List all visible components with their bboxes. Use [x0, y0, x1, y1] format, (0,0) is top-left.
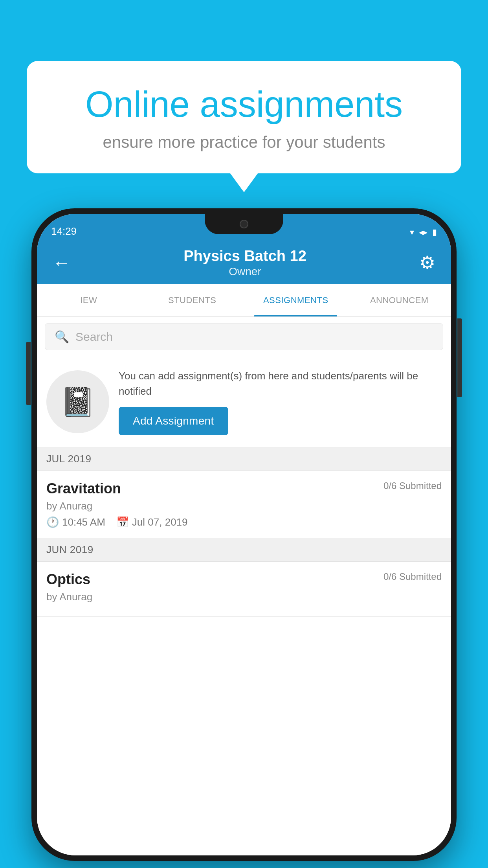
assignment-item-gravitation[interactable]: Gravitation 0/6 Submitted by Anurag 🕐 10… [37, 471, 451, 538]
promo-right: You can add assignment(s) from here and … [119, 368, 442, 435]
promo-section: 📓 You can add assignment(s) from here an… [37, 357, 451, 447]
calendar-icon: 📅 [116, 516, 129, 528]
add-assignment-button[interactable]: Add Assignment [119, 407, 228, 435]
front-camera [240, 220, 248, 228]
clock-icon: 🕐 [46, 516, 59, 528]
search-bar[interactable]: 🔍 Search [45, 323, 443, 350]
phone-screen: 14:29 ▾ ◂▸ ▮ ← Physics Batch 12 Owner ⚙ … [37, 214, 451, 855]
assignment-date: 📅 Jul 07, 2019 [116, 516, 188, 528]
assignment-by: by Anurag [46, 500, 442, 512]
assignment-submitted: 0/6 Submitted [383, 480, 442, 491]
notebook-icon: 📓 [60, 385, 95, 419]
speech-bubble-container: Online assignments ensure more practice … [27, 61, 461, 173]
signal-icon: ◂▸ [419, 227, 427, 237]
promo-text: You can add assignment(s) from here and … [119, 368, 442, 399]
search-placeholder: Search [75, 330, 113, 344]
promo-icon-circle: 📓 [46, 370, 109, 433]
assignment-item-optics[interactable]: Optics 0/6 Submitted by Anurag [37, 562, 451, 617]
app-bar: ← Physics Batch 12 Owner ⚙ [37, 241, 451, 284]
settings-button[interactable]: ⚙ [415, 248, 439, 277]
app-bar-title-group: Physics Batch 12 Owner [75, 247, 415, 278]
back-button[interactable]: ← [49, 250, 75, 276]
bubble-title: Online assignments [54, 85, 434, 124]
tab-assignments[interactable]: ASSIGNMENTS [244, 284, 348, 316]
tab-iew[interactable]: IEW [37, 284, 141, 316]
search-wrapper: 🔍 Search [37, 317, 451, 357]
tab-announcements[interactable]: ANNOUNCEM [348, 284, 451, 316]
phone-content: 🔍 Search 📓 You can add assignment(s) fro… [37, 317, 451, 855]
section-header-jul: JUL 2019 [37, 447, 451, 471]
phone-outer-shell: 14:29 ▾ ◂▸ ▮ ← Physics Batch 12 Owner ⚙ … [31, 208, 457, 861]
phone-notch [205, 214, 283, 234]
app-bar-subtitle: Owner [75, 265, 415, 278]
wifi-icon: ▾ [410, 227, 414, 237]
tab-students[interactable]: STUDENTS [141, 284, 244, 316]
speech-bubble: Online assignments ensure more practice … [27, 61, 461, 173]
tabs-bar: IEW STUDENTS ASSIGNMENTS ANNOUNCEM [37, 284, 451, 317]
bubble-subtitle: ensure more practice for your students [54, 133, 434, 152]
assignment-top-row: Gravitation 0/6 Submitted [46, 480, 442, 497]
assignment-details: 🕐 10:45 AM 📅 Jul 07, 2019 [46, 516, 442, 528]
battery-icon: ▮ [432, 227, 437, 237]
assignment-time: 🕐 10:45 AM [46, 516, 105, 528]
search-icon: 🔍 [55, 330, 69, 344]
assignment-submitted-optics: 0/6 Submitted [383, 571, 442, 582]
app-bar-title: Physics Batch 12 [75, 247, 415, 265]
assignment-by-optics: by Anurag [46, 591, 442, 603]
assignment-title: Gravitation [46, 480, 121, 497]
section-header-jun: JUN 2019 [37, 538, 451, 562]
status-icons: ▾ ◂▸ ▮ [410, 227, 437, 237]
assignment-top-row-optics: Optics 0/6 Submitted [46, 571, 442, 588]
assignment-title-optics: Optics [46, 571, 90, 588]
phone-device: 14:29 ▾ ◂▸ ▮ ← Physics Batch 12 Owner ⚙ … [31, 208, 457, 861]
